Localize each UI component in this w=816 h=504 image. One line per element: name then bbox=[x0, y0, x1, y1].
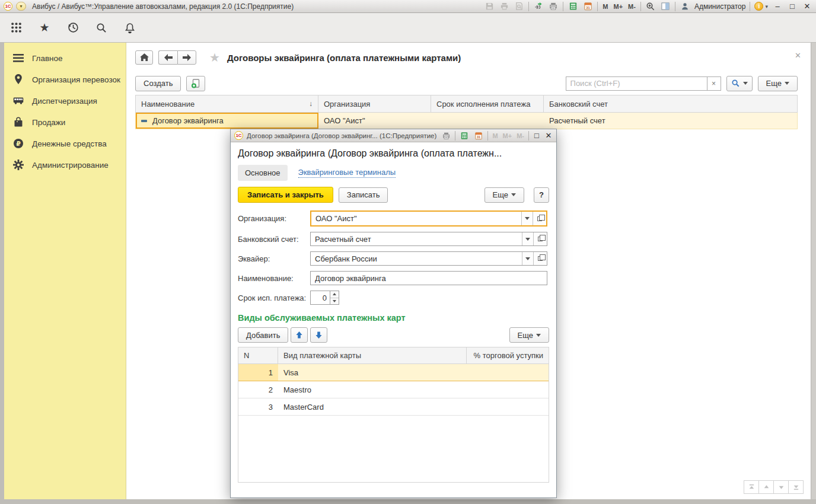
field-row-acquirer: Эквайер: bbox=[238, 251, 549, 266]
get-link-icon[interactable] bbox=[533, 1, 544, 11]
create-button[interactable]: Создать bbox=[135, 76, 181, 91]
search-icon[interactable] bbox=[95, 21, 108, 34]
zoom-icon[interactable] bbox=[645, 1, 656, 11]
table-row[interactable]: 1 Visa bbox=[238, 364, 549, 381]
search-clear-button[interactable]: × bbox=[707, 76, 721, 91]
notifications-bell-icon[interactable] bbox=[123, 21, 136, 34]
info-button[interactable]: i ▾ bbox=[754, 2, 768, 11]
page-header: ★ Договоры эквайринга (оплата платежными… bbox=[135, 50, 801, 65]
field-row-bank-account: Банковский счет: bbox=[238, 232, 549, 246]
search-options-button[interactable] bbox=[726, 76, 753, 91]
sidebar-item-transport-organization[interactable]: Организация перевозок bbox=[4, 69, 126, 90]
tab-main[interactable]: Основное bbox=[238, 165, 288, 181]
name-input[interactable] bbox=[310, 271, 547, 285]
column-header-card-type[interactable]: Вид платежной карты bbox=[278, 347, 467, 363]
more-button[interactable]: Еще bbox=[758, 76, 798, 91]
chevron-down-icon bbox=[525, 217, 530, 220]
move-down-button[interactable] bbox=[310, 327, 327, 343]
dialog-more-button[interactable]: Еще bbox=[485, 187, 524, 203]
all-functions-grid-icon[interactable] bbox=[9, 21, 23, 34]
sidebar-item-cash[interactable]: ₽ Денежные средства bbox=[4, 133, 126, 154]
current-user-label[interactable]: Администратор bbox=[694, 2, 746, 11]
calendar-icon[interactable]: 31 bbox=[473, 130, 484, 141]
organization-input[interactable] bbox=[311, 212, 521, 225]
history-icon[interactable] bbox=[66, 21, 79, 34]
go-first-button[interactable] bbox=[744, 480, 759, 494]
table-row[interactable]: 2 Maestro bbox=[238, 381, 549, 398]
go-prev-button[interactable] bbox=[758, 480, 774, 494]
page-close-icon[interactable]: ✕ bbox=[795, 51, 801, 60]
column-header-discount[interactable]: % торговой уступки bbox=[467, 347, 549, 363]
spin-down-button[interactable] bbox=[330, 298, 339, 305]
acquirer-open-button[interactable] bbox=[533, 252, 547, 265]
column-header-bank-account[interactable]: Банковский счет bbox=[544, 95, 797, 112]
close-button[interactable]: ✕ bbox=[802, 2, 812, 11]
acquirer-dropdown-button[interactable] bbox=[522, 252, 533, 265]
dialog-tabs: Основное Эквайринговые терминалы bbox=[238, 165, 549, 181]
calculator-icon[interactable] bbox=[459, 130, 470, 141]
toolbar-separator bbox=[528, 2, 529, 11]
go-last-button[interactable] bbox=[788, 480, 804, 494]
payment-term-input[interactable] bbox=[310, 291, 330, 305]
dropdown-icon bbox=[785, 82, 789, 85]
add-button[interactable]: Добавить bbox=[238, 327, 288, 343]
bus-icon bbox=[13, 95, 24, 106]
sidebar-item-dispatching[interactable]: Диспетчеризация bbox=[4, 90, 126, 111]
back-button[interactable] bbox=[158, 50, 177, 65]
dialog-maximize-button[interactable]: □ bbox=[533, 131, 541, 140]
bank-account-input[interactable] bbox=[311, 232, 522, 245]
dialog-close-button[interactable]: ✕ bbox=[544, 131, 553, 140]
bank-account-open-button[interactable] bbox=[533, 232, 547, 245]
print-link-icon[interactable] bbox=[548, 1, 559, 11]
favorites-star-icon[interactable]: ★ bbox=[38, 21, 51, 34]
column-header-payment-term[interactable]: Срок исполнения платежа bbox=[431, 95, 544, 112]
move-up-button[interactable] bbox=[291, 327, 308, 343]
organization-dropdown-button[interactable] bbox=[521, 212, 533, 225]
memory-m-minus-button: M- bbox=[516, 132, 525, 139]
list-navigation-buttons bbox=[744, 480, 804, 494]
cell-card-type: Maestro bbox=[278, 381, 467, 398]
acquirer-input[interactable] bbox=[311, 252, 522, 265]
print-icon bbox=[499, 1, 509, 11]
bank-account-dropdown-button[interactable] bbox=[522, 232, 533, 245]
help-button[interactable]: ? bbox=[534, 187, 549, 203]
table-row[interactable]: 3 MasterCard bbox=[238, 398, 549, 416]
go-next-button[interactable] bbox=[773, 480, 789, 494]
toolbar-separator bbox=[563, 2, 563, 11]
column-header-name[interactable]: Наименование ↓ bbox=[136, 95, 318, 112]
svg-text:31: 31 bbox=[477, 135, 480, 138]
window-frame-right bbox=[811, 43, 816, 504]
toolbar-separator bbox=[640, 2, 641, 11]
create-new-copy-button[interactable] bbox=[186, 76, 205, 91]
memory-m-plus-button[interactable]: M+ bbox=[613, 3, 623, 10]
card-types-more-button[interactable]: Еще bbox=[509, 327, 549, 343]
column-header-organization[interactable]: Организация bbox=[318, 95, 431, 112]
dialog-heading: Договор эквайринга (Договор эквайринга (… bbox=[238, 148, 549, 159]
maximize-button[interactable]: □ bbox=[787, 2, 798, 11]
field-label: Организация: bbox=[238, 214, 310, 223]
pin-icon bbox=[13, 74, 24, 85]
tab-acquiring-terminals[interactable]: Эквайринговые терминалы bbox=[298, 168, 396, 178]
system-menu-button[interactable]: ▾ bbox=[16, 2, 26, 11]
calendar-icon[interactable]: 31 bbox=[582, 1, 593, 11]
spin-up-button[interactable] bbox=[330, 291, 339, 298]
minimize-button[interactable]: – bbox=[772, 2, 783, 11]
memory-m-button[interactable]: M bbox=[602, 3, 608, 10]
toolbar-separator bbox=[597, 2, 598, 11]
sidebar-item-administration[interactable]: Администрирование bbox=[4, 154, 126, 176]
split-window-icon[interactable] bbox=[660, 1, 671, 11]
organization-open-button[interactable] bbox=[533, 212, 546, 225]
print-link-icon[interactable] bbox=[441, 130, 451, 141]
sidebar-item-sales[interactable]: Продажи bbox=[4, 111, 126, 133]
memory-m-minus-button[interactable]: M- bbox=[627, 3, 636, 10]
column-header-n[interactable]: N bbox=[238, 347, 278, 363]
save-and-close-button[interactable]: Записать и закрыть bbox=[238, 187, 333, 203]
save-button[interactable]: Записать bbox=[339, 187, 388, 203]
forward-button[interactable] bbox=[177, 50, 196, 65]
home-button[interactable] bbox=[135, 50, 153, 65]
search-input[interactable] bbox=[566, 76, 707, 91]
table-row[interactable]: Договор эквайринга ОАО "Аист" Расчетный … bbox=[135, 113, 798, 129]
favorite-star-icon[interactable]: ★ bbox=[209, 50, 220, 65]
sidebar-item-main[interactable]: Главное bbox=[4, 47, 126, 69]
calculator-icon[interactable] bbox=[568, 1, 578, 11]
